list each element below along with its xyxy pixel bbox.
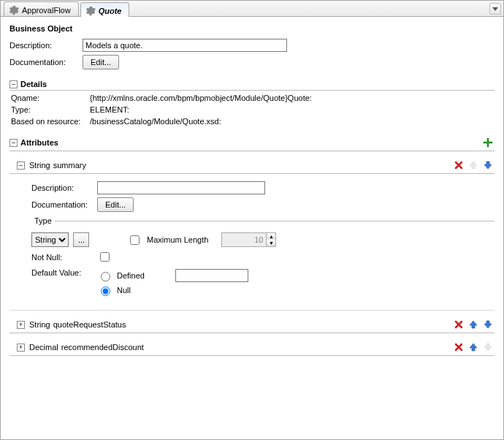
attr-type-browse-button[interactable]: ...: [73, 232, 89, 247]
move-down-button[interactable]: [481, 159, 495, 172]
basedon-label: Based on resource:: [11, 117, 90, 126]
gear-icon: [85, 6, 96, 16]
max-length-label: Maximum Length: [147, 235, 208, 244]
details-block: Qname: {http://xmlns.oracle.com/bpm/bpmo…: [9, 94, 495, 126]
toggle-attribute-button[interactable]: +: [17, 344, 25, 352]
tab-menu-button[interactable]: [489, 3, 501, 15]
edit-documentation-button[interactable]: Edit...: [83, 55, 119, 69]
move-up-button: [467, 159, 480, 172]
attribute-row: +StringquoteRequestStatus: [9, 316, 495, 333]
tab-bar: ApprovalFlow Quote: [1, 1, 503, 17]
attribute-name: summary: [53, 161, 86, 170]
spinner-down-button[interactable]: ▼: [267, 240, 275, 246]
collapse-details-button[interactable]: –: [9, 80, 18, 88]
not-null-label: Not Null:: [31, 253, 97, 262]
attribute-row: +DecimalrecommendedDiscount: [9, 339, 495, 356]
editor-body: Business Object Description: Documentati…: [1, 17, 503, 439]
attributes-title: Attributes: [20, 138, 58, 147]
type-legend: Type: [31, 216, 55, 225]
attribute-type: String: [29, 161, 50, 170]
attribute-row: –Stringsummary: [9, 157, 495, 174]
move-down-button: [481, 341, 495, 354]
details-title: Details: [20, 80, 47, 88]
description-input[interactable]: [83, 39, 287, 52]
not-null-checkbox[interactable]: [100, 252, 110, 262]
type-label: Type:: [11, 105, 90, 114]
tab-approvalflow[interactable]: ApprovalFlow: [4, 1, 79, 16]
attr-edit-documentation-button[interactable]: Edit...: [97, 197, 134, 212]
gear-icon: [9, 5, 19, 15]
defined-label: Defined: [117, 271, 145, 280]
editor-window: ApprovalFlow Quote Business Object Descr…: [0, 0, 504, 440]
null-radio[interactable]: [101, 287, 110, 296]
tab-label: ApprovalFlow: [22, 6, 71, 15]
attribute-type: String: [29, 320, 50, 329]
move-up-button[interactable]: [467, 318, 480, 331]
max-length-input: [222, 233, 266, 246]
move-down-button[interactable]: [481, 318, 495, 331]
tab-quote[interactable]: Quote: [80, 2, 130, 17]
attr-documentation-label: Documentation:: [31, 200, 97, 209]
attribute-body: Description:Documentation:Edit...TypeStr…: [9, 174, 495, 311]
attr-description-input[interactable]: [97, 181, 265, 194]
delete-attribute-button[interactable]: [452, 159, 465, 172]
defined-radio[interactable]: [101, 272, 110, 281]
max-length-checkbox[interactable]: [130, 235, 140, 245]
attribute-name: recommendedDiscount: [61, 343, 144, 352]
qname-label: Qname:: [11, 94, 90, 102]
defined-value-input[interactable]: [175, 269, 248, 282]
type-value: ELEMENT:: [90, 105, 129, 114]
delete-attribute-button[interactable]: [452, 341, 465, 354]
business-object-title: Business Object: [9, 24, 495, 33]
attribute-type: Decimal: [29, 343, 58, 352]
collapse-attributes-button[interactable]: –: [9, 139, 18, 147]
attribute-name: quoteRequestStatus: [53, 320, 126, 329]
description-label: Description:: [9, 41, 83, 50]
attr-description-label: Description:: [31, 183, 97, 192]
tab-label: Quote: [99, 7, 122, 15]
null-label: Null: [117, 286, 131, 295]
max-length-spinner[interactable]: ▲▼: [221, 232, 276, 247]
toggle-attribute-button[interactable]: +: [17, 321, 25, 329]
delete-attribute-button[interactable]: [452, 318, 465, 331]
toggle-attribute-button[interactable]: –: [17, 162, 25, 170]
documentation-label: Documentation:: [9, 58, 83, 67]
qname-value: {http://xmlns.oracle.com/bpm/bpmobject/M…: [90, 94, 312, 102]
add-attribute-button[interactable]: [481, 136, 495, 149]
spinner-up-button[interactable]: ▲: [267, 233, 275, 240]
move-up-button[interactable]: [467, 341, 480, 354]
attr-type-select[interactable]: String: [31, 232, 69, 247]
basedon-value: /businessCatalog/Module/Quote.xsd:: [90, 117, 221, 126]
default-value-label: Default Value:: [31, 267, 97, 277]
